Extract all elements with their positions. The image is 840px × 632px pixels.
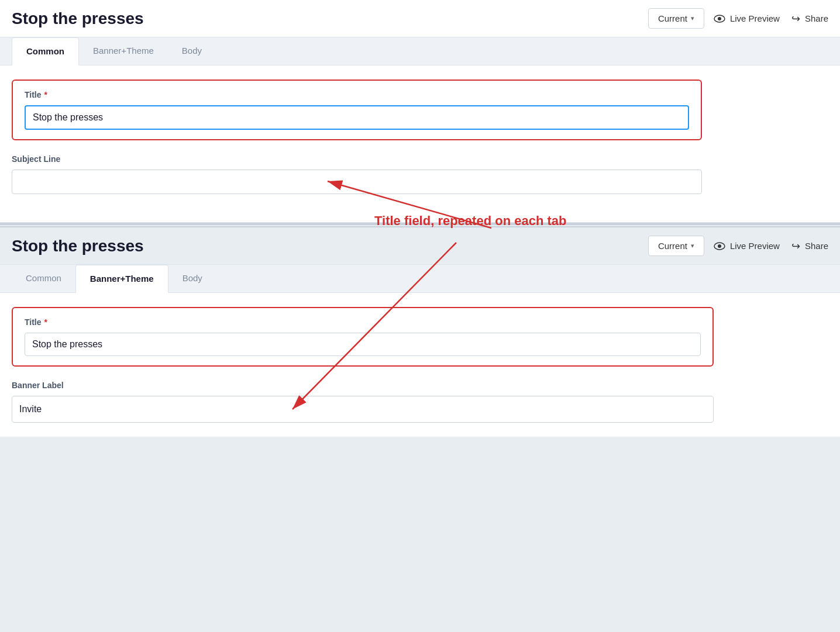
bottom-title-label: Title *	[25, 317, 701, 327]
top-section: Stop the presses Current ▾ Live Preview	[0, 0, 840, 223]
bottom-tabs-bar: Common Banner+Theme Body	[0, 265, 840, 293]
bottom-tab-common[interactable]: Common	[12, 265, 75, 292]
bottom-banner-label-text: Banner Label	[12, 381, 714, 390]
bottom-live-preview-label: Live Preview	[730, 241, 780, 251]
bottom-required-star: *	[44, 317, 47, 327]
bottom-header-actions: Live Preview ↪ Share	[714, 240, 828, 253]
chevron-down-icon: ▾	[691, 15, 694, 22]
page-wrapper: Title field, repeated on each tab Stop t…	[0, 0, 840, 437]
live-preview-button[interactable]: Live Preview	[714, 13, 780, 25]
bottom-share-label: Share	[805, 241, 828, 251]
bottom-banner-label-group: Banner Label	[12, 381, 714, 423]
tab-common[interactable]: Common	[12, 37, 79, 65]
live-preview-label: Live Preview	[730, 13, 780, 23]
bottom-section: Stop the presses Current ▾ Live Preview	[0, 226, 840, 437]
eye-icon	[714, 13, 725, 25]
top-subject-input[interactable]	[12, 170, 702, 194]
top-tabs-bar: Common Banner+Theme Body	[0, 37, 840, 65]
top-subject-label: Subject Line	[12, 154, 702, 164]
tab-body[interactable]: Body	[168, 37, 216, 65]
bottom-banner-label-input[interactable]	[12, 396, 714, 423]
top-title-label: Title *	[25, 90, 689, 99]
svg-point-5	[718, 17, 721, 20]
top-content-area: Title * Subject Line	[0, 65, 725, 222]
share-button[interactable]: ↪ Share	[791, 12, 828, 25]
bottom-eye-icon	[714, 240, 725, 252]
page-title: Stop the presses	[12, 9, 639, 28]
bottom-header-bar: Stop the presses Current ▾ Live Preview	[0, 226, 840, 265]
header-actions: Live Preview ↪ Share	[714, 12, 828, 25]
bottom-tab-banner-theme[interactable]: Banner+Theme	[75, 265, 168, 293]
top-title-input[interactable]	[25, 105, 689, 130]
bottom-content-area: Title * Banner Label	[0, 293, 725, 437]
top-title-field-group: Title *	[12, 80, 702, 140]
section-divider	[0, 223, 840, 225]
bottom-tab-body[interactable]: Body	[168, 265, 216, 292]
bottom-version-dropdown[interactable]: Current ▾	[648, 236, 704, 256]
version-label: Current	[658, 13, 687, 23]
required-star: *	[44, 90, 47, 99]
bottom-chevron-down-icon: ▾	[691, 242, 694, 250]
tab-banner-theme[interactable]: Banner+Theme	[79, 37, 168, 65]
top-header-bar: Stop the presses Current ▾ Live Preview	[0, 0, 840, 37]
svg-point-7	[718, 244, 721, 248]
bottom-share-button[interactable]: ↪ Share	[791, 240, 828, 253]
share-label: Share	[805, 13, 828, 23]
version-dropdown[interactable]: Current ▾	[648, 8, 704, 29]
bottom-title-field-group: Title *	[12, 307, 714, 367]
bottom-title-input[interactable]	[25, 333, 701, 356]
bottom-version-label: Current	[658, 241, 687, 251]
bottom-share-icon: ↪	[791, 240, 800, 253]
share-icon: ↪	[791, 12, 800, 25]
bottom-live-preview-button[interactable]: Live Preview	[714, 240, 780, 252]
bottom-page-title: Stop the presses	[12, 237, 639, 255]
top-subject-group: Subject Line	[12, 154, 702, 194]
